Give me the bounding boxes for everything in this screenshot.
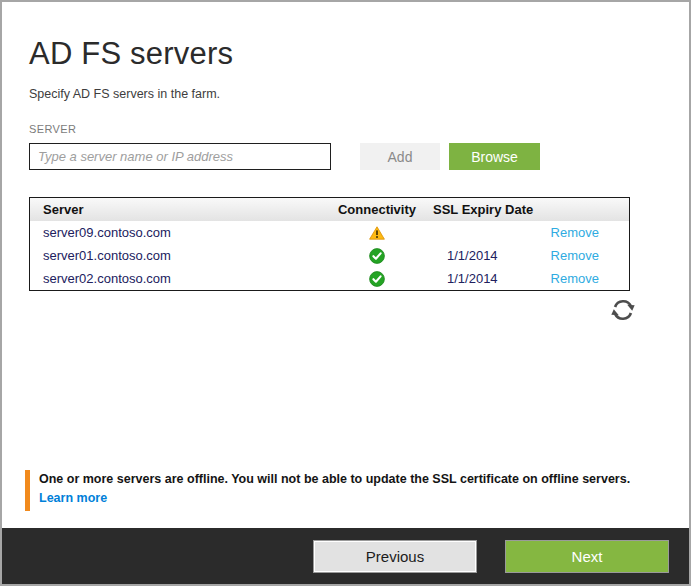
- table-header-row: Server Connectivity SSL Expiry Date: [30, 198, 629, 221]
- success-check-icon: [369, 248, 385, 264]
- browse-button[interactable]: Browse: [449, 143, 540, 170]
- learn-more-link[interactable]: Learn more: [39, 491, 107, 505]
- warning-icon: [369, 226, 385, 240]
- column-header-connectivity: Connectivity: [331, 202, 423, 217]
- remove-link[interactable]: Remove: [551, 225, 599, 240]
- server-input[interactable]: [29, 143, 331, 170]
- adfs-servers-wizard-page: AD FS servers Specify AD FS servers in t…: [0, 0, 691, 586]
- server-name: server09.contoso.com: [30, 225, 331, 240]
- table-row: server09.contoso.com Remove: [30, 221, 629, 244]
- remove-link[interactable]: Remove: [551, 248, 599, 263]
- servers-table: Server Connectivity SSL Expiry Date serv…: [29, 197, 630, 291]
- refresh-button[interactable]: [605, 292, 641, 328]
- page-title: AD FS servers: [29, 36, 233, 72]
- warning-accent-bar: [25, 470, 30, 511]
- column-header-ssl-expiry: SSL Expiry Date: [423, 202, 541, 217]
- next-button[interactable]: Next: [505, 540, 669, 573]
- table-row: server01.contoso.com 1/1/2014 Remove: [30, 244, 629, 267]
- remove-link[interactable]: Remove: [551, 271, 599, 286]
- ssl-expiry-date: 1/1/2014: [423, 248, 541, 263]
- page-subtitle: Specify AD FS servers in the farm.: [29, 87, 220, 101]
- column-header-server: Server: [30, 202, 331, 217]
- ssl-expiry-date: 1/1/2014: [423, 271, 541, 286]
- footer-bar: Previous Next: [2, 528, 689, 584]
- success-check-icon: [369, 271, 385, 287]
- refresh-icon: [608, 295, 638, 325]
- server-name: server02.contoso.com: [30, 271, 331, 286]
- add-button[interactable]: Add: [360, 143, 440, 170]
- warning-message: One or more servers are offline. You wil…: [39, 470, 669, 489]
- server-name: server01.contoso.com: [30, 248, 331, 263]
- server-field-label: SERVER: [29, 123, 76, 135]
- table-row: server02.contoso.com 1/1/2014 Remove: [30, 267, 629, 290]
- previous-button[interactable]: Previous: [313, 540, 477, 573]
